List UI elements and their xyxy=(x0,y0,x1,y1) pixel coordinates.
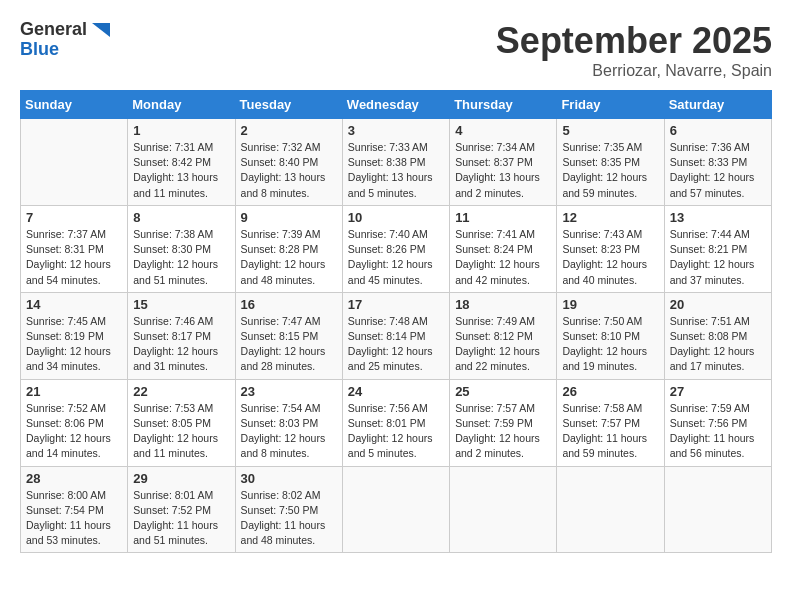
calendar-cell: 27Sunrise: 7:59 AM Sunset: 7:56 PM Dayli… xyxy=(664,379,771,466)
header-row: SundayMondayTuesdayWednesdayThursdayFrid… xyxy=(21,91,772,119)
calendar-cell: 29Sunrise: 8:01 AM Sunset: 7:52 PM Dayli… xyxy=(128,466,235,553)
cell-content: Sunrise: 7:44 AM Sunset: 8:21 PM Dayligh… xyxy=(670,227,766,288)
cell-content: Sunrise: 7:38 AM Sunset: 8:30 PM Dayligh… xyxy=(133,227,229,288)
cell-content: Sunrise: 7:37 AM Sunset: 8:31 PM Dayligh… xyxy=(26,227,122,288)
day-number: 1 xyxy=(133,123,229,138)
calendar-cell: 20Sunrise: 7:51 AM Sunset: 8:08 PM Dayli… xyxy=(664,292,771,379)
cell-content: Sunrise: 7:56 AM Sunset: 8:01 PM Dayligh… xyxy=(348,401,444,462)
calendar-cell: 15Sunrise: 7:46 AM Sunset: 8:17 PM Dayli… xyxy=(128,292,235,379)
calendar-cell: 19Sunrise: 7:50 AM Sunset: 8:10 PM Dayli… xyxy=(557,292,664,379)
cell-content: Sunrise: 8:02 AM Sunset: 7:50 PM Dayligh… xyxy=(241,488,337,549)
day-number: 24 xyxy=(348,384,444,399)
day-number: 10 xyxy=(348,210,444,225)
header-day-sunday: Sunday xyxy=(21,91,128,119)
cell-content: Sunrise: 7:50 AM Sunset: 8:10 PM Dayligh… xyxy=(562,314,658,375)
day-number: 23 xyxy=(241,384,337,399)
calendar-cell xyxy=(21,119,128,206)
cell-content: Sunrise: 7:52 AM Sunset: 8:06 PM Dayligh… xyxy=(26,401,122,462)
header-day-tuesday: Tuesday xyxy=(235,91,342,119)
day-number: 26 xyxy=(562,384,658,399)
day-number: 7 xyxy=(26,210,122,225)
day-number: 6 xyxy=(670,123,766,138)
day-number: 15 xyxy=(133,297,229,312)
calendar-cell: 22Sunrise: 7:53 AM Sunset: 8:05 PM Dayli… xyxy=(128,379,235,466)
day-number: 16 xyxy=(241,297,337,312)
calendar-cell: 21Sunrise: 7:52 AM Sunset: 8:06 PM Dayli… xyxy=(21,379,128,466)
calendar-cell: 25Sunrise: 7:57 AM Sunset: 7:59 PM Dayli… xyxy=(450,379,557,466)
cell-content: Sunrise: 7:35 AM Sunset: 8:35 PM Dayligh… xyxy=(562,140,658,201)
cell-content: Sunrise: 7:48 AM Sunset: 8:14 PM Dayligh… xyxy=(348,314,444,375)
day-number: 8 xyxy=(133,210,229,225)
cell-content: Sunrise: 8:00 AM Sunset: 7:54 PM Dayligh… xyxy=(26,488,122,549)
calendar-week-1: 1Sunrise: 7:31 AM Sunset: 8:42 PM Daylig… xyxy=(21,119,772,206)
calendar-cell: 1Sunrise: 7:31 AM Sunset: 8:42 PM Daylig… xyxy=(128,119,235,206)
day-number: 14 xyxy=(26,297,122,312)
calendar-cell: 11Sunrise: 7:41 AM Sunset: 8:24 PM Dayli… xyxy=(450,205,557,292)
cell-content: Sunrise: 7:31 AM Sunset: 8:42 PM Dayligh… xyxy=(133,140,229,201)
day-number: 29 xyxy=(133,471,229,486)
calendar-cell: 8Sunrise: 7:38 AM Sunset: 8:30 PM Daylig… xyxy=(128,205,235,292)
calendar-cell: 23Sunrise: 7:54 AM Sunset: 8:03 PM Dayli… xyxy=(235,379,342,466)
calendar-week-4: 21Sunrise: 7:52 AM Sunset: 8:06 PM Dayli… xyxy=(21,379,772,466)
calendar-cell: 12Sunrise: 7:43 AM Sunset: 8:23 PM Dayli… xyxy=(557,205,664,292)
calendar-cell: 28Sunrise: 8:00 AM Sunset: 7:54 PM Dayli… xyxy=(21,466,128,553)
calendar-cell xyxy=(450,466,557,553)
day-number: 12 xyxy=(562,210,658,225)
calendar-cell: 5Sunrise: 7:35 AM Sunset: 8:35 PM Daylig… xyxy=(557,119,664,206)
cell-content: Sunrise: 7:33 AM Sunset: 8:38 PM Dayligh… xyxy=(348,140,444,201)
cell-content: Sunrise: 7:53 AM Sunset: 8:05 PM Dayligh… xyxy=(133,401,229,462)
header-day-wednesday: Wednesday xyxy=(342,91,449,119)
calendar-cell xyxy=(342,466,449,553)
logo-arrow-icon xyxy=(92,23,110,37)
day-number: 18 xyxy=(455,297,551,312)
location: Berriozar, Navarre, Spain xyxy=(496,62,772,80)
calendar-cell: 6Sunrise: 7:36 AM Sunset: 8:33 PM Daylig… xyxy=(664,119,771,206)
calendar-cell: 7Sunrise: 7:37 AM Sunset: 8:31 PM Daylig… xyxy=(21,205,128,292)
calendar-cell: 13Sunrise: 7:44 AM Sunset: 8:21 PM Dayli… xyxy=(664,205,771,292)
day-number: 5 xyxy=(562,123,658,138)
day-number: 19 xyxy=(562,297,658,312)
day-number: 21 xyxy=(26,384,122,399)
calendar-week-3: 14Sunrise: 7:45 AM Sunset: 8:19 PM Dayli… xyxy=(21,292,772,379)
day-number: 22 xyxy=(133,384,229,399)
cell-content: Sunrise: 7:57 AM Sunset: 7:59 PM Dayligh… xyxy=(455,401,551,462)
day-number: 20 xyxy=(670,297,766,312)
cell-content: Sunrise: 7:54 AM Sunset: 8:03 PM Dayligh… xyxy=(241,401,337,462)
day-number: 13 xyxy=(670,210,766,225)
header-day-friday: Friday xyxy=(557,91,664,119)
calendar-cell: 30Sunrise: 8:02 AM Sunset: 7:50 PM Dayli… xyxy=(235,466,342,553)
day-number: 17 xyxy=(348,297,444,312)
day-number: 30 xyxy=(241,471,337,486)
cell-content: Sunrise: 7:34 AM Sunset: 8:37 PM Dayligh… xyxy=(455,140,551,201)
header-day-saturday: Saturday xyxy=(664,91,771,119)
header-day-monday: Monday xyxy=(128,91,235,119)
cell-content: Sunrise: 7:40 AM Sunset: 8:26 PM Dayligh… xyxy=(348,227,444,288)
calendar-table: SundayMondayTuesdayWednesdayThursdayFrid… xyxy=(20,90,772,553)
svg-marker-0 xyxy=(92,23,110,37)
cell-content: Sunrise: 7:45 AM Sunset: 8:19 PM Dayligh… xyxy=(26,314,122,375)
cell-content: Sunrise: 7:36 AM Sunset: 8:33 PM Dayligh… xyxy=(670,140,766,201)
calendar-cell: 3Sunrise: 7:33 AM Sunset: 8:38 PM Daylig… xyxy=(342,119,449,206)
calendar-cell: 14Sunrise: 7:45 AM Sunset: 8:19 PM Dayli… xyxy=(21,292,128,379)
calendar-cell xyxy=(664,466,771,553)
calendar-week-2: 7Sunrise: 7:37 AM Sunset: 8:31 PM Daylig… xyxy=(21,205,772,292)
calendar-cell: 2Sunrise: 7:32 AM Sunset: 8:40 PM Daylig… xyxy=(235,119,342,206)
day-number: 4 xyxy=(455,123,551,138)
header-day-thursday: Thursday xyxy=(450,91,557,119)
month-title: September 2025 xyxy=(496,20,772,62)
cell-content: Sunrise: 7:51 AM Sunset: 8:08 PM Dayligh… xyxy=(670,314,766,375)
calendar-week-5: 28Sunrise: 8:00 AM Sunset: 7:54 PM Dayli… xyxy=(21,466,772,553)
day-number: 3 xyxy=(348,123,444,138)
calendar-cell: 18Sunrise: 7:49 AM Sunset: 8:12 PM Dayli… xyxy=(450,292,557,379)
calendar-cell: 26Sunrise: 7:58 AM Sunset: 7:57 PM Dayli… xyxy=(557,379,664,466)
cell-content: Sunrise: 7:47 AM Sunset: 8:15 PM Dayligh… xyxy=(241,314,337,375)
cell-content: Sunrise: 7:39 AM Sunset: 8:28 PM Dayligh… xyxy=(241,227,337,288)
day-number: 28 xyxy=(26,471,122,486)
day-number: 27 xyxy=(670,384,766,399)
cell-content: Sunrise: 7:49 AM Sunset: 8:12 PM Dayligh… xyxy=(455,314,551,375)
cell-content: Sunrise: 7:58 AM Sunset: 7:57 PM Dayligh… xyxy=(562,401,658,462)
cell-content: Sunrise: 7:59 AM Sunset: 7:56 PM Dayligh… xyxy=(670,401,766,462)
cell-content: Sunrise: 7:41 AM Sunset: 8:24 PM Dayligh… xyxy=(455,227,551,288)
title-area: September 2025 Berriozar, Navarre, Spain xyxy=(496,20,772,80)
calendar-cell xyxy=(557,466,664,553)
